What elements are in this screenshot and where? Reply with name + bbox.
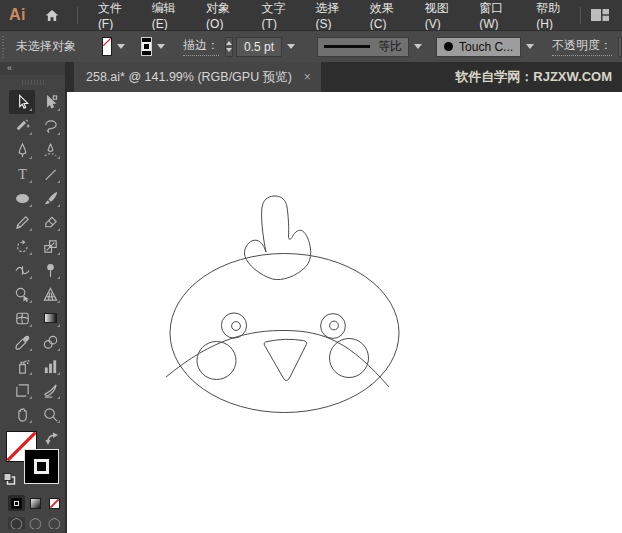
color-button[interactable] (8, 495, 25, 511)
width-profile-value: 等比 (378, 38, 402, 55)
eyedropper-tool[interactable] (9, 330, 35, 354)
shape-builder-icon (14, 286, 31, 303)
fill-color-swatch[interactable] (102, 37, 112, 56)
document-tab-bar: 258.ai* @ 141.99% (RGB/GPU 预览) × 软件自学网：R… (67, 62, 622, 92)
curvature-tool[interactable] (37, 138, 63, 162)
menu-separator (580, 7, 581, 24)
lasso-tool[interactable] (37, 114, 63, 138)
pen-tool[interactable] (9, 138, 35, 162)
pen-icon (14, 142, 31, 159)
fill-stroke-control (0, 430, 65, 488)
chevron-down-icon[interactable] (414, 44, 422, 49)
arrange-documents-icon[interactable] (590, 7, 622, 23)
menu-item-5[interactable]: 选择(S) (304, 0, 358, 30)
ellipse-icon (14, 190, 31, 207)
column-graph-tool[interactable] (37, 354, 63, 378)
gradient-button[interactable] (27, 495, 44, 511)
menu-item-9[interactable]: 帮助(H) (525, 0, 580, 30)
collapse-panel-icon[interactable]: « (0, 62, 65, 75)
head-outline[interactable] (170, 254, 399, 413)
right-cheek[interactable] (330, 339, 369, 378)
right-eye-inner[interactable] (330, 321, 339, 330)
artboard-canvas[interactable] (67, 92, 622, 533)
draw-inside-button[interactable]: ◯ (46, 517, 63, 529)
magic-wand-tool[interactable] (9, 114, 35, 138)
comb-outline[interactable] (244, 196, 310, 280)
type-tool[interactable]: T (9, 162, 35, 186)
lasso-icon (42, 118, 59, 135)
slice-icon (42, 382, 59, 399)
document-tab-title: 258.ai* @ 141.99% (RGB/GPU 预览) (86, 69, 292, 86)
right-eye-outer[interactable] (321, 314, 346, 339)
perspective-grid-tool[interactable] (37, 282, 63, 306)
paintbrush-icon (42, 190, 59, 207)
eraser-icon (42, 214, 59, 231)
menu-item-8[interactable]: 窗口(W) (468, 0, 525, 30)
eraser-tool[interactable] (37, 210, 63, 234)
swap-fill-stroke-icon[interactable] (45, 431, 60, 449)
ellipse-tool[interactable] (9, 186, 35, 210)
blend-tool[interactable] (37, 330, 63, 354)
direct-selection-icon (42, 94, 59, 111)
menu-items: 文件(F)编辑(E)对象(O)文字(T)选择(S)效果(C)视图(V)窗口(W)… (87, 0, 580, 30)
chevron-down-icon[interactable] (157, 44, 165, 49)
brush-definition-dropdown[interactable]: Touch C... (436, 37, 521, 57)
opacity-value-field[interactable] (618, 37, 622, 57)
none-button[interactable] (46, 495, 63, 511)
width-profile-dropdown[interactable]: 等比 (317, 37, 409, 57)
left-eye-outer[interactable] (221, 313, 246, 338)
draw-normal-button[interactable]: ◯ (8, 517, 25, 529)
draw-behind-button[interactable]: ◯ (27, 517, 44, 529)
menu-item-6[interactable]: 效果(C) (359, 0, 414, 30)
selection-tool[interactable] (9, 90, 35, 114)
home-icon[interactable] (36, 8, 68, 23)
left-eye-inner[interactable] (232, 322, 241, 331)
mesh-icon (14, 310, 31, 327)
chevron-down-icon[interactable] (287, 44, 295, 49)
brush-dot-icon (444, 42, 453, 51)
opacity-label[interactable]: 不透明度： (552, 37, 612, 56)
width-tool[interactable] (9, 258, 35, 282)
menu-item-2[interactable]: 编辑(E) (141, 0, 195, 30)
shape-builder-tool[interactable] (9, 282, 35, 306)
app-logo: Ai (0, 6, 36, 24)
scale-tool[interactable] (37, 234, 63, 258)
stroke-weight-value[interactable]: 0.5 pt (236, 37, 282, 57)
puppet-warp-tool[interactable] (37, 258, 63, 282)
site-watermark-text: 软件自学网：RJZXW.COM (455, 68, 612, 86)
chevron-down-icon[interactable] (526, 44, 534, 49)
column-graph-icon (42, 358, 59, 375)
chevron-down-icon[interactable] (117, 44, 125, 49)
stroke-weight-stepper[interactable] (225, 37, 233, 57)
hand-tool[interactable] (9, 402, 35, 426)
rotate-tool[interactable] (9, 234, 35, 258)
paintbrush-tool[interactable] (37, 186, 63, 210)
face-curve[interactable] (166, 330, 389, 387)
symbol-sprayer-tool[interactable] (9, 354, 35, 378)
stroke-color-swatch[interactable] (141, 37, 152, 56)
line-segment-tool[interactable] (37, 162, 63, 186)
direct-selection-tool[interactable] (37, 90, 63, 114)
beak-triangle[interactable] (264, 339, 306, 380)
brush-definition-value: Touch C... (459, 40, 513, 54)
menu-item-7[interactable]: 视图(V) (414, 0, 468, 30)
gradient-tool[interactable] (37, 306, 63, 330)
menu-item-3[interactable]: 对象(O) (195, 0, 250, 30)
close-tab-icon[interactable]: × (304, 70, 311, 84)
artboard-tool[interactable] (9, 378, 35, 402)
menu-item-1[interactable]: 文件(F) (87, 0, 141, 30)
mesh-tool[interactable] (9, 306, 35, 330)
slice-tool[interactable] (37, 378, 63, 402)
left-cheek[interactable] (197, 342, 236, 380)
default-fill-stroke-icon[interactable] (3, 471, 16, 489)
stroke-weight-label[interactable]: 描边： (183, 37, 219, 56)
document-tab[interactable]: 258.ai* @ 141.99% (RGB/GPU 预览) × (74, 62, 321, 92)
tools-panel-grip[interactable] (0, 75, 65, 87)
panel-grip[interactable] (2, 36, 4, 58)
stroke-swatch[interactable] (24, 449, 59, 484)
appearance-buttons (0, 495, 65, 511)
menu-item-4[interactable]: 文字(T) (251, 0, 305, 30)
zoom-tool[interactable] (37, 402, 63, 426)
artboard-icon (14, 382, 31, 399)
pencil-tool[interactable] (9, 210, 35, 234)
